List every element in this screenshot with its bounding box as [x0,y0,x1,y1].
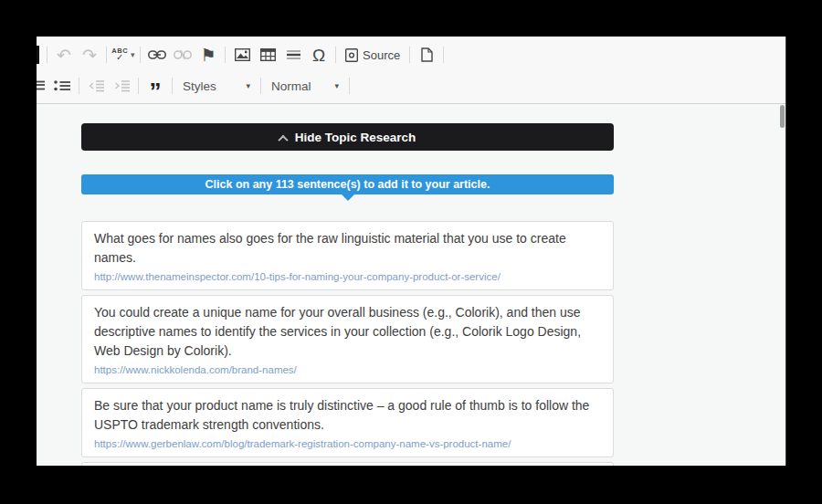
toolbar-separator [79,78,79,94]
link-icon[interactable] [144,43,170,67]
toolbar-separator [225,47,226,63]
special-character-icon[interactable]: Ω [306,43,332,67]
source-label: Source [363,48,400,62]
sentence-list: What goes for names also goes for the ra… [81,221,614,466]
format-dropdown[interactable]: Normal ▾ [265,75,345,97]
sentence-banner-wrap: Click on any 113 sentence(s) to add it t… [81,174,614,194]
unlink-icon[interactable] [170,43,195,67]
hide-topic-research-label: Hide Topic Research [295,131,416,144]
sentence-card[interactable]: What goes for names also goes for the ra… [81,221,614,290]
sentence-banner-label: Click on any 113 sentence(s) to add it t… [206,178,490,191]
indent-icon[interactable] [109,74,134,98]
toolbar-separator [409,47,410,63]
spellcheck-icon[interactable]: ABC ✓ ▾ [111,43,136,67]
sentence-source-link[interactable]: https://www.gerbenlaw.com/blog/trademark… [94,436,601,451]
toolbar-separator [47,47,47,63]
sentence-source-link[interactable]: https://www.nickkolenda.com/brand-names/ [94,362,601,377]
sentence-card[interactable]: Note the word "competing." Two companies… [81,462,614,466]
sentence-text: Be sure that your product name is truly … [94,396,601,435]
bulleted-list-icon[interactable] [49,74,75,98]
chevron-down-icon: ▾ [246,81,250,90]
numbered-list-icon[interactable] [37,74,49,98]
sentence-source-link[interactable]: http://www.thenameinspector.com/10-tips-… [94,269,601,284]
chevron-down-icon: ▾ [334,81,339,90]
clipped-icon [37,46,39,64]
banner-pointer [342,194,354,201]
source-button[interactable]: Source [340,43,406,67]
vertical-scrollbar-thumb[interactable] [780,105,785,128]
toolbar-separator [106,47,107,63]
toolbar-row-1: ↶ ↷ ABC ✓ ▾ [37,42,782,68]
toolbar-separator [335,47,336,63]
source-icon [345,48,358,62]
editor-toolbar: ↶ ↷ ABC ✓ ▾ [37,37,785,104]
horizontal-rule-icon[interactable] [280,43,306,67]
hide-topic-research-button[interactable]: Hide Topic Research [81,123,614,151]
toolbar-separator [443,47,444,63]
sentence-card[interactable]: Be sure that your product name is truly … [81,388,614,457]
image-icon[interactable] [229,43,255,67]
styles-dropdown[interactable]: Styles ▾ [176,75,257,97]
sentence-text: What goes for names also goes for the ra… [94,229,601,268]
redo-icon[interactable]: ↷ [77,43,102,67]
sentence-text: You could create a unique name for your … [94,303,601,361]
toolbar-separator [172,78,173,94]
sentence-card[interactable]: You could create a unique name for your … [81,295,614,383]
toolbar-separator [138,78,139,94]
editor-content: Hide Topic Research Click on any 113 sen… [37,123,785,466]
toolbar-separator [140,47,141,63]
toolbar-separator [260,78,261,94]
editor-window: ↶ ↷ ABC ✓ ▾ [37,37,786,466]
spellcheck-abc-glyph: ABC ✓ [111,47,128,62]
sentence-banner: Click on any 113 sentence(s) to add it t… [81,174,614,194]
undo-icon[interactable]: ↶ [51,43,77,67]
anchor-flag-icon[interactable]: ⚑ [195,43,221,67]
toolbar-row-2: ” Styles ▾ Normal ▾ [37,73,782,99]
outdent-icon[interactable] [83,74,109,98]
format-dropdown-label: Normal [271,79,311,93]
chevron-up-icon [278,134,288,144]
styles-dropdown-label: Styles [183,79,216,93]
new-page-icon[interactable] [414,43,439,67]
table-icon[interactable] [255,43,280,67]
toolbar-separator [349,78,350,94]
chevron-down-icon: ▾ [131,50,135,59]
blockquote-icon[interactable]: ” [142,74,168,98]
